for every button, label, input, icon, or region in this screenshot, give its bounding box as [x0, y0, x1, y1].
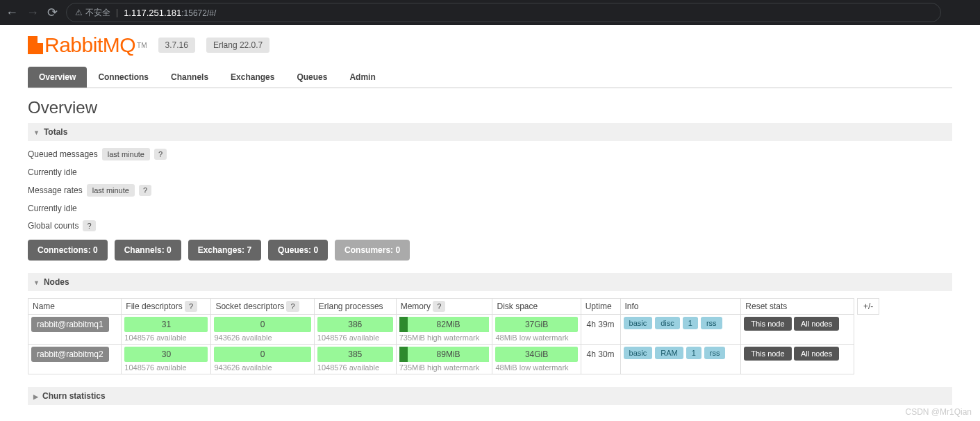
ep-sub: 1048576 available — [317, 363, 393, 372]
tab-overview[interactable]: Overview — [28, 67, 87, 88]
col-header: Memory ? — [396, 299, 492, 315]
count-consumers[interactable]: Consumers: 0 — [335, 240, 410, 261]
insecure-warning-icon: ⚠ 不安全 — [75, 7, 110, 19]
watermark: CSDN @Mr1Qian — [905, 407, 972, 417]
chevron-down-icon — [33, 127, 40, 137]
col-header: Erlang processes — [314, 299, 396, 315]
ep-value: 386 — [317, 317, 393, 332]
global-counts-label: Global counts — [28, 221, 78, 231]
help-icon[interactable]: ? — [139, 185, 151, 196]
info-badge[interactable]: rss — [701, 317, 722, 329]
table-row: rabbit@rabbitmq2301048576 available09436… — [28, 345, 854, 374]
disk-sub: 48MiB low watermark — [495, 363, 577, 372]
reset-this-node-button[interactable]: This node — [744, 347, 791, 361]
col-header: Info — [620, 299, 741, 315]
info-badge[interactable]: RAM — [655, 347, 683, 359]
queued-messages-label: Queued messages — [28, 149, 98, 159]
count-exchanges[interactable]: Exchanges: 7 — [188, 240, 261, 261]
fd-value: 30 — [124, 347, 208, 362]
info-badge[interactable]: basic — [624, 347, 653, 359]
info-badge[interactable]: disc — [655, 317, 680, 329]
help-icon[interactable]: ? — [433, 301, 445, 312]
message-rates-label: Message rates — [28, 185, 83, 195]
fd-sub: 1048576 available — [124, 363, 208, 372]
logo-text: RabbitMQ — [44, 33, 135, 57]
count-channels[interactable]: Channels: 0 — [115, 240, 181, 261]
col-header: Name — [28, 299, 122, 315]
address-bar[interactable]: ⚠ 不安全 | 1.117.251.181:15672/#/ — [66, 3, 941, 22]
section-nodes[interactable]: Nodes — [28, 273, 952, 291]
ep-sub: 1048576 available — [317, 333, 393, 342]
help-icon[interactable]: ? — [286, 301, 299, 312]
queued-idle: Currently idle — [28, 167, 952, 177]
rabbitmq-logo: RabbitMQ TM — [28, 33, 147, 57]
info-badge[interactable]: 1 — [683, 317, 698, 329]
rates-idle: Currently idle — [28, 204, 952, 213]
col-header: Uptime — [581, 299, 620, 315]
timerange-select[interactable]: last minute — [87, 184, 135, 197]
help-icon[interactable]: ? — [154, 149, 167, 160]
forward-button[interactable]: → — [26, 6, 39, 20]
disk-value: 34GiB — [495, 347, 577, 362]
col-header: Reset stats — [741, 299, 854, 315]
mem-sub: 735MiB high watermark — [399, 363, 490, 372]
col-header: Disk space — [492, 299, 581, 315]
nodes-table: NameFile descriptors ?Socket descriptors… — [28, 298, 854, 374]
ep-value: 385 — [317, 347, 393, 362]
timerange-select[interactable]: last minute — [102, 148, 150, 160]
chevron-down-icon — [33, 277, 40, 287]
disk-value: 37GiB — [495, 317, 577, 332]
tab-queues[interactable]: Queues — [285, 67, 338, 88]
help-icon[interactable]: ? — [185, 301, 197, 312]
sd-value: 0 — [214, 317, 310, 332]
tab-channels[interactable]: Channels — [160, 67, 219, 88]
browser-toolbar: ← → ⟳ ⚠ 不安全 | 1.117.251.181:15672/#/ — [0, 0, 980, 25]
uptime-value: 4h 30m — [584, 347, 617, 362]
count-connections[interactable]: Connections: 0 — [28, 240, 108, 261]
disk-sub: 48MiB low watermark — [495, 333, 577, 342]
columns-toggle[interactable]: +/- — [857, 298, 879, 315]
mem-sub: 735MiB high watermark — [399, 333, 490, 342]
reload-button[interactable]: ⟳ — [47, 5, 58, 20]
info-badge[interactable]: basic — [624, 317, 653, 329]
node-name-badge[interactable]: rabbit@rabbitmq2 — [31, 347, 109, 362]
rabbitmq-icon — [28, 36, 43, 54]
sd-value: 0 — [214, 347, 310, 362]
global-counts: Connections: 0Channels: 0Exchanges: 7Que… — [28, 240, 952, 261]
mem-value: 82MiB — [399, 317, 490, 332]
page-title: Overview — [28, 98, 952, 117]
col-header: Socket descriptors ? — [211, 299, 314, 315]
trademark: TM — [137, 42, 147, 49]
chevron-right-icon — [33, 391, 38, 401]
uptime-value: 4h 39m — [584, 317, 617, 332]
erlang-badge: Erlang 22.0.7 — [206, 38, 269, 53]
fd-value: 31 — [124, 317, 208, 332]
back-button[interactable]: ← — [6, 6, 18, 20]
count-queues[interactable]: Queues: 0 — [268, 240, 328, 261]
mem-value: 89MiB — [399, 347, 490, 362]
section-totals[interactable]: Totals — [28, 123, 952, 141]
help-icon[interactable]: ? — [83, 220, 95, 231]
reset-all-nodes-button[interactable]: All nodes — [794, 347, 839, 361]
sd-sub: 943626 available — [214, 333, 310, 342]
info-badge[interactable]: 1 — [686, 347, 701, 359]
tab-admin[interactable]: Admin — [338, 67, 386, 88]
col-header: File descriptors ? — [122, 299, 211, 315]
table-row: rabbit@rabbitmq1311048576 available09436… — [28, 315, 854, 345]
reset-this-node-button[interactable]: This node — [744, 317, 791, 331]
reset-all-nodes-button[interactable]: All nodes — [794, 317, 839, 331]
url-text: 1.117.251.181:15672/#/ — [124, 8, 216, 18]
tab-exchanges[interactable]: Exchanges — [219, 67, 285, 88]
sd-sub: 943626 available — [214, 363, 310, 372]
fd-sub: 1048576 available — [124, 333, 208, 342]
node-name-badge[interactable]: rabbit@rabbitmq1 — [31, 317, 109, 332]
main-tabs: Overview Connections Channels Exchanges … — [28, 67, 952, 88]
tab-connections[interactable]: Connections — [87, 67, 160, 88]
version-badge: 3.7.16 — [158, 38, 195, 53]
info-badge[interactable]: rss — [704, 347, 726, 359]
section-churn[interactable]: Churn statistics — [28, 387, 952, 405]
